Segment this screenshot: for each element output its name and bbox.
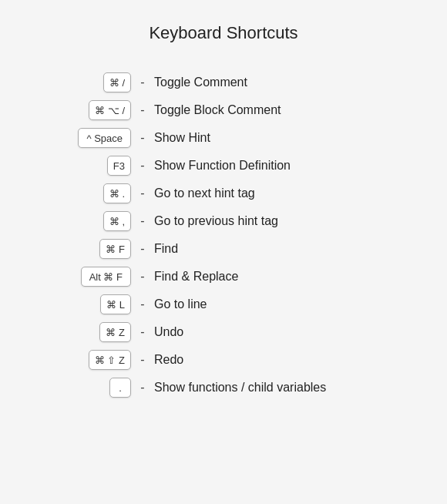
dash-separator: - (131, 131, 154, 145)
shortcut-description: Show functions / child variables (154, 381, 416, 395)
key-area: ⌘ ⇧ Z (31, 350, 131, 370)
key-combo: ⌘ F (99, 239, 131, 259)
key-combo: ⌘ ⇧ Z (89, 350, 131, 370)
panel-title: Keyboard Shortcuts (31, 23, 416, 51)
key-area: ⌘ F (31, 239, 131, 259)
key-combo: ^ Space (78, 128, 131, 148)
key-area: Alt ⌘ F (31, 267, 131, 287)
key-area: ⌘ . (31, 183, 131, 203)
dash-separator: - (131, 103, 154, 117)
key-area: ⌘ / (31, 72, 131, 92)
key-combo: F3 (107, 156, 131, 176)
key-badge: . (109, 378, 131, 398)
key-badge: ⌘ / (103, 72, 131, 92)
shortcut-row: ⌘ /-Toggle Comment (31, 72, 416, 92)
key-area: ⌘ L (31, 294, 131, 314)
key-badge: ⌘ L (100, 294, 131, 314)
dash-separator: - (131, 325, 154, 339)
shortcut-row: ⌘ ⇧ Z-Redo (31, 350, 416, 370)
key-combo: . (109, 378, 131, 398)
shortcut-description: Show Hint (154, 131, 416, 145)
shortcut-description: Redo (154, 353, 416, 367)
key-area: F3 (31, 156, 131, 176)
shortcut-description: Go to next hint tag (154, 186, 416, 200)
shortcut-list: ⌘ /-Toggle Comment⌘ ⌥ /-Toggle Block Com… (31, 72, 416, 398)
shortcut-row: ⌘ L-Go to line (31, 294, 416, 314)
key-badge: ⌘ F (99, 239, 131, 259)
shortcut-row: ⌘ ⌥ /-Toggle Block Comment (31, 100, 416, 120)
shortcut-description: Go to previous hint tag (154, 214, 416, 228)
key-combo: ⌘ Z (99, 322, 131, 342)
dash-separator: - (131, 76, 154, 89)
shortcut-row: ⌘ F-Find (31, 239, 416, 259)
dash-separator: - (131, 214, 154, 228)
key-badge: ^ Space (78, 128, 131, 148)
key-badge: F3 (107, 156, 131, 176)
key-combo: ⌘ ⌥ / (89, 100, 131, 120)
shortcut-row: F3-Show Function Definition (31, 156, 416, 176)
shortcut-row: Alt ⌘ F-Find & Replace (31, 267, 416, 287)
dash-separator: - (131, 297, 154, 311)
key-area: ⌘ , (31, 211, 131, 231)
key-combo: ⌘ L (100, 294, 131, 314)
shortcut-row: ⌘ ,-Go to previous hint tag (31, 211, 416, 231)
shortcut-description: Toggle Comment (154, 76, 416, 89)
dash-separator: - (131, 270, 154, 284)
dash-separator: - (131, 353, 154, 367)
shortcut-description: Undo (154, 325, 416, 339)
shortcut-description: Find (154, 242, 416, 256)
dash-separator: - (131, 186, 154, 200)
key-area: ⌘ Z (31, 322, 131, 342)
key-badge: ⌘ ⌥ / (89, 100, 131, 120)
dash-separator: - (131, 159, 154, 173)
key-badge: ⌘ , (103, 211, 131, 231)
key-badge: ⌘ . (103, 183, 131, 203)
shortcut-description: Show Function Definition (154, 159, 416, 173)
shortcut-row: ⌘ Z-Undo (31, 322, 416, 342)
key-area: ^ Space (31, 128, 131, 148)
key-badge: ⌘ ⇧ Z (89, 350, 131, 370)
dash-separator: - (131, 381, 154, 395)
shortcut-row: ^ Space-Show Hint (31, 128, 416, 148)
key-badge: Alt ⌘ F (81, 267, 131, 287)
shortcut-description: Find & Replace (154, 270, 416, 284)
key-combo: ⌘ / (103, 72, 131, 92)
key-combo: ⌘ . (103, 183, 131, 203)
key-combo: Alt ⌘ F (81, 267, 131, 287)
shortcut-description: Go to line (154, 297, 416, 311)
shortcut-row: ⌘ .-Go to next hint tag (31, 183, 416, 203)
key-combo: ⌘ , (103, 211, 131, 231)
key-area: ⌘ ⌥ / (31, 100, 131, 120)
keyboard-shortcuts-panel: Keyboard Shortcuts ⌘ /-Toggle Comment⌘ ⌥… (15, 15, 432, 421)
key-badge: ⌘ Z (99, 322, 131, 342)
key-area: . (31, 378, 131, 398)
dash-separator: - (131, 242, 154, 256)
shortcut-row: .-Show functions / child variables (31, 378, 416, 398)
shortcut-description: Toggle Block Comment (154, 103, 416, 117)
